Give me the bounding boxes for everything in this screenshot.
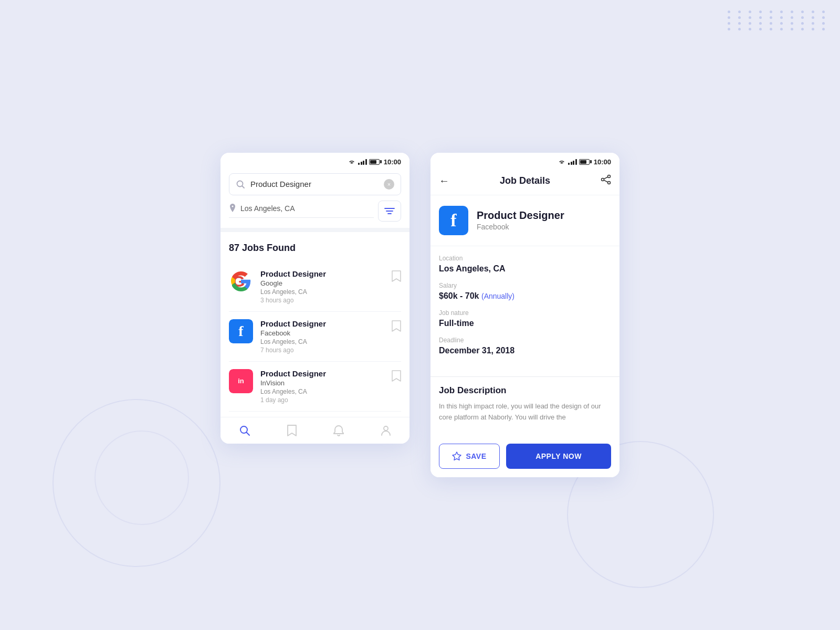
- battery-icon: [369, 159, 380, 165]
- screens-container: 10:00 ×: [220, 153, 620, 478]
- job-company-inv: InVision: [260, 379, 384, 387]
- status-icons-detail: 10:00: [558, 158, 611, 166]
- filter-icon: [384, 207, 395, 215]
- divider: [220, 228, 410, 232]
- hero-job-title: Product Designer: [477, 209, 564, 222]
- facebook-logo: f: [229, 319, 253, 343]
- job-card-invision[interactable]: in Product Designer InVision Los Angeles…: [229, 362, 401, 412]
- invision-logo: in: [229, 369, 253, 393]
- svg-line-8: [247, 432, 250, 435]
- status-bar-search: 10:00: [220, 153, 410, 169]
- job-time: 3 hours ago: [260, 297, 384, 304]
- job-company: Google: [260, 279, 384, 287]
- signal-icon: [358, 159, 367, 165]
- wifi-icon: [348, 159, 356, 165]
- location-value: Los Angeles, CA: [439, 264, 611, 274]
- location-row: [229, 201, 401, 222]
- svg-line-13: [604, 180, 607, 182]
- status-time-detail: 10:00: [594, 158, 611, 166]
- bookmark-button-facebook[interactable]: [392, 320, 401, 334]
- filter-button[interactable]: [378, 201, 401, 222]
- svg-point-9: [384, 426, 388, 430]
- search-icon: [236, 180, 245, 189]
- hero-company: Facebook: [477, 223, 564, 231]
- location-icon: [229, 204, 236, 213]
- battery-icon-detail: [579, 159, 590, 165]
- clear-search-button[interactable]: ×: [384, 179, 394, 190]
- section-divider: [430, 376, 620, 377]
- job-info-invision: Product Designer InVision Los Angeles, C…: [260, 369, 384, 404]
- salary-detail: Salary $60k - 70k (Annually): [439, 282, 611, 301]
- status-icons: 10:00: [348, 158, 401, 166]
- job-description-text: In this high impact role, you will lead …: [439, 401, 611, 423]
- job-info-google: Product Designer Google Los Angeles, CA …: [260, 269, 384, 304]
- job-card-google[interactable]: G G Product Designer Googl: [229, 262, 401, 312]
- job-card-facebook[interactable]: f Product Designer Facebook Los Angeles,…: [229, 312, 401, 362]
- nav-profile[interactable]: [381, 425, 391, 436]
- detail-page-title: Job Details: [500, 175, 550, 186]
- jobs-list: 87 Jobs Found G G: [220, 232, 410, 412]
- apply-button[interactable]: APPLY NOW: [506, 444, 611, 469]
- deadline-label: Deadline: [439, 337, 611, 344]
- svg-line-1: [243, 186, 245, 188]
- job-info-facebook: Product Designer Facebook Los Angeles, C…: [260, 319, 384, 354]
- job-company-fb: Facebook: [260, 329, 384, 337]
- back-button[interactable]: ←: [439, 175, 449, 187]
- location-input[interactable]: [240, 204, 332, 213]
- dot-grid-decoration: const dg = document.querySelector('.dot-…: [728, 10, 830, 30]
- job-nature-value: Full-time: [439, 319, 611, 328]
- job-location-inv: Los Angeles, CA: [260, 388, 384, 395]
- bookmark-button-invision[interactable]: [392, 370, 401, 384]
- phone-search: 10:00 ×: [220, 153, 410, 444]
- job-description-section: Job Description In this high impact role…: [430, 385, 620, 432]
- job-description-title: Job Description: [439, 385, 611, 396]
- deadline-value: December 31, 2018: [439, 346, 611, 355]
- hero-info: Product Designer Facebook: [477, 209, 564, 231]
- job-hero: f Product Designer Facebook: [430, 195, 620, 246]
- nav-notifications[interactable]: [333, 425, 344, 436]
- job-time-fb: 7 hours ago: [260, 346, 384, 354]
- job-location-fb: Los Angeles, CA: [260, 338, 384, 345]
- jobs-count: 87 Jobs Found: [229, 243, 401, 254]
- svg-point-10: [608, 175, 611, 177]
- job-title-fb: Product Designer: [260, 319, 384, 328]
- google-logo: G G: [229, 269, 253, 293]
- save-button[interactable]: SAVE: [439, 444, 500, 469]
- nav-search[interactable]: [239, 425, 250, 436]
- search-input[interactable]: [250, 180, 379, 188]
- phone-detail: 10:00 ← Job Details f Product Designer: [430, 153, 620, 478]
- share-button[interactable]: [601, 174, 611, 187]
- location-detail: Location Los Angeles, CA: [439, 255, 611, 274]
- status-time: 10:00: [384, 158, 401, 166]
- status-bar-detail: 10:00: [430, 153, 620, 169]
- signal-icon-detail: [568, 159, 577, 165]
- detail-header: ← Job Details: [430, 169, 620, 195]
- job-nature-detail: Job nature Full-time: [439, 309, 611, 328]
- star-icon: [452, 452, 461, 461]
- details-section: Location Los Angeles, CA Salary $60k - 7…: [430, 246, 620, 372]
- deadline-detail: Deadline December 31, 2018: [439, 337, 611, 355]
- search-bar-container[interactable]: ×: [229, 173, 401, 195]
- location-input-wrap[interactable]: [229, 204, 374, 218]
- bookmark-button-google[interactable]: [392, 270, 401, 285]
- facebook-logo-large: f: [439, 206, 468, 235]
- wifi-icon-detail: [558, 159, 566, 165]
- action-buttons: SAVE APPLY NOW: [430, 435, 620, 477]
- bg-decor-circle-2: [94, 430, 189, 525]
- svg-point-0: [237, 181, 243, 186]
- location-label: Location: [439, 255, 611, 262]
- svg-point-11: [602, 178, 604, 181]
- job-nature-label: Job nature: [439, 309, 611, 317]
- salary-value: $60k - 70k (Annually): [439, 291, 611, 301]
- salary-label: Salary: [439, 282, 611, 289]
- svg-line-14: [604, 177, 607, 179]
- salary-note: (Annually): [481, 292, 514, 300]
- search-header: ×: [220, 169, 410, 228]
- job-title-inv: Product Designer: [260, 369, 384, 378]
- job-location: Los Angeles, CA: [260, 288, 384, 296]
- nav-bookmarks[interactable]: [287, 425, 297, 436]
- job-time-inv: 1 day ago: [260, 396, 384, 404]
- bottom-nav: [220, 417, 410, 444]
- job-title: Product Designer: [260, 269, 384, 278]
- svg-point-12: [608, 181, 611, 184]
